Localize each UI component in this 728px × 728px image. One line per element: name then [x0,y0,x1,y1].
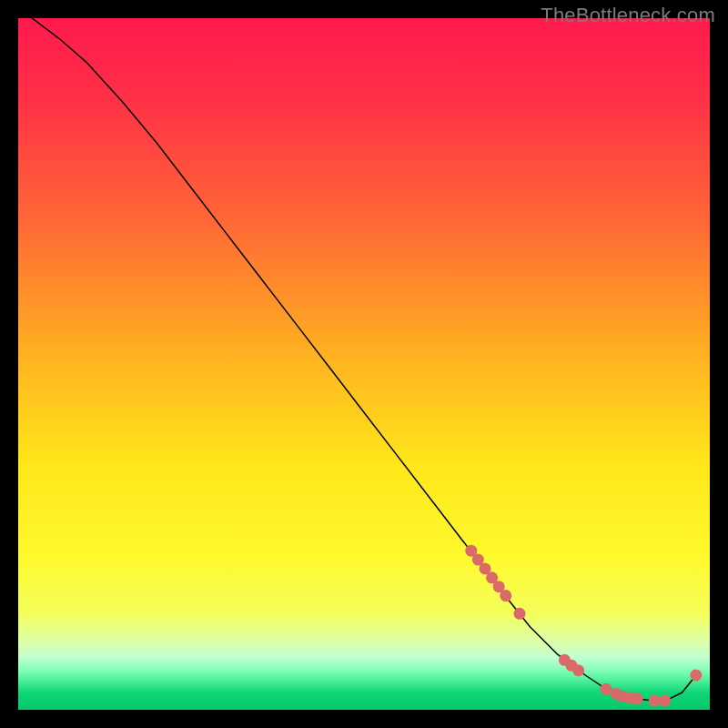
chart-svg [18,18,710,710]
svg-point-16 [649,695,661,707]
svg-point-6 [500,590,511,602]
chart-frame: TheBottleneck.com [0,0,728,728]
svg-rect-0 [18,18,710,710]
svg-point-18 [690,670,702,682]
svg-point-7 [514,608,526,620]
svg-point-11 [601,683,612,695]
watermark-text: TheBottleneck.com [541,4,715,27]
svg-point-10 [572,664,584,676]
svg-point-17 [659,695,671,707]
svg-point-15 [632,693,643,704]
chart-plot [18,18,710,710]
